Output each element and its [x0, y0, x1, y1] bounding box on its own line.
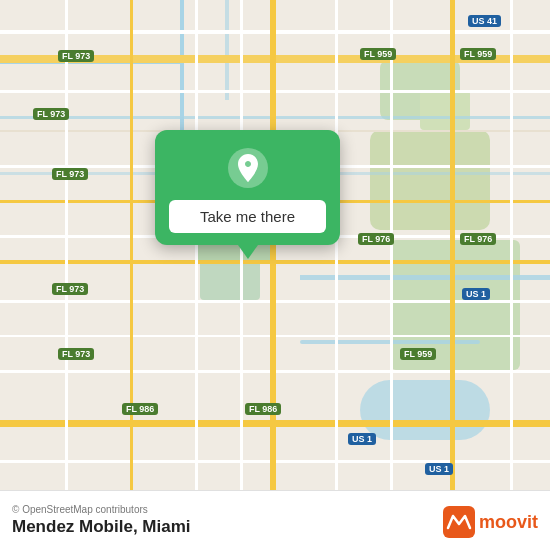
map-view[interactable]: FL 973 FL 973 FL 973 FL 973 FL 973 FL 95… [0, 0, 550, 490]
location-popup: Take me there [155, 130, 340, 245]
road-badge-fl959-2: FL 959 [460, 48, 496, 60]
road-badge-fl959-3: FL 959 [400, 348, 436, 360]
road-badge-fl986-2: FL 986 [245, 403, 281, 415]
road-badge-fl976-1: FL 976 [358, 233, 394, 245]
road-badge-fl973-5: FL 973 [58, 348, 94, 360]
road-badge-fl973-4: FL 973 [52, 283, 88, 295]
road-badge-fl973-3: FL 973 [52, 168, 88, 180]
moovit-icon [443, 506, 475, 538]
location-pin-icon [226, 146, 270, 190]
moovit-brand-text: moovit [479, 512, 538, 533]
road-badge-us1-2: US 1 [348, 433, 376, 445]
moovit-logo: moovit [443, 506, 538, 538]
road-badge-fl976-2: FL 976 [460, 233, 496, 245]
road-badge-us1-3: US 1 [425, 463, 453, 475]
bottom-bar: © OpenStreetMap contributors Mendez Mobi… [0, 490, 550, 550]
road-badge-fl986-1: FL 986 [122, 403, 158, 415]
road-badge-fl959-1: FL 959 [360, 48, 396, 60]
road-badge-us41: US 41 [468, 15, 501, 27]
road-badge-fl973-2: FL 973 [33, 108, 69, 120]
road-badge-us1-1: US 1 [462, 288, 490, 300]
road-badge-fl973: FL 973 [58, 50, 94, 62]
take-me-there-button[interactable]: Take me there [169, 200, 326, 233]
